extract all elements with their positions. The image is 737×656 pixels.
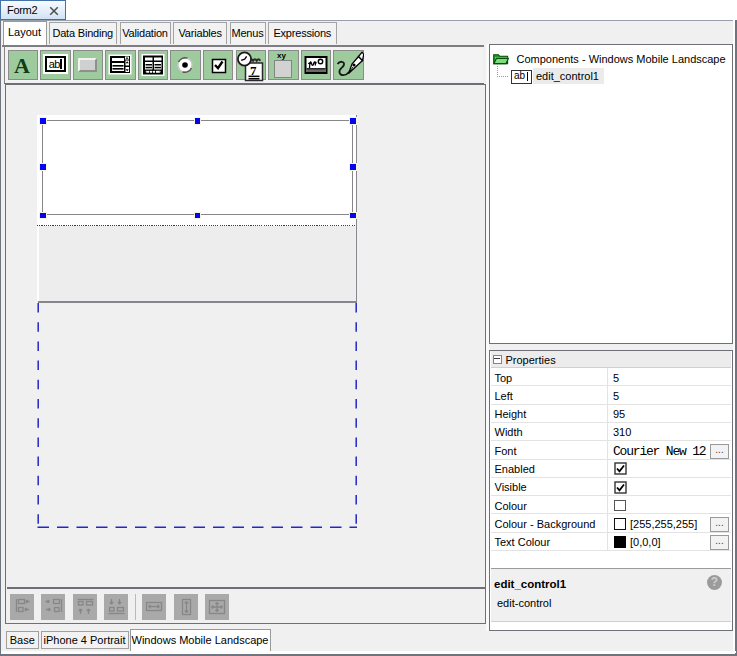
svg-text:7: 7 [250,62,257,77]
